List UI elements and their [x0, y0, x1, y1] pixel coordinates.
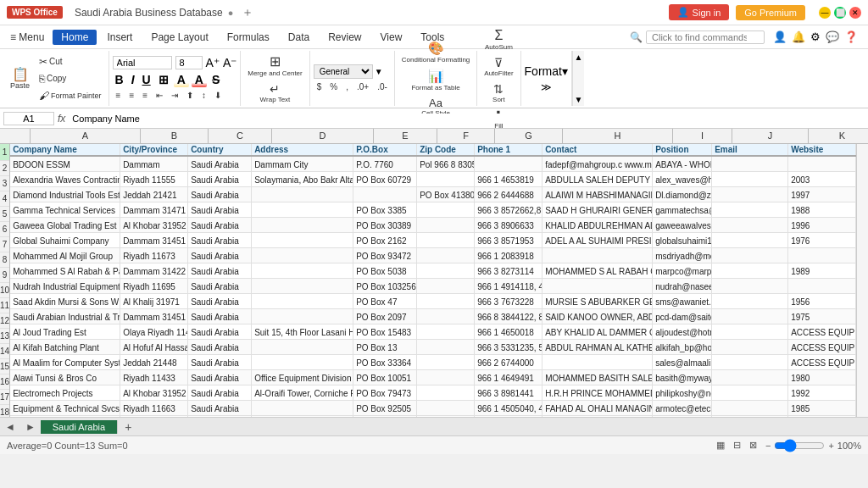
cell[interactable]: Riyadh 11555 — [120, 172, 188, 187]
row-header-3[interactable]: 3 — [0, 176, 9, 191]
wrap-text-button[interactable]: ↵ Wrap Text — [257, 80, 294, 105]
comma-btn[interactable]: , — [342, 81, 352, 92]
cell[interactable]: 966 3 7673228 — [475, 294, 542, 309]
cell[interactable]: ADEL A AL SUHAIMI PRESIDENT — [542, 233, 653, 248]
ribbon-down[interactable]: ▼ — [573, 95, 584, 104]
cell[interactable]: 966 3 8571953 — [475, 233, 542, 248]
cell[interactable] — [712, 370, 788, 385]
cell[interactable]: Al Joud Trading Est — [10, 324, 120, 340]
prev-sheet-btn[interactable]: ◄ — [0, 419, 20, 435]
cell[interactable]: Jeddah 21448 — [120, 355, 188, 370]
cell[interactable]: Saudi Arabia — [188, 233, 252, 248]
toolbar-icon-3[interactable]: ⚙ — [810, 30, 821, 43]
col-header-a[interactable]: A — [31, 129, 141, 143]
cell[interactable]: ACCESS EQUIPMENT & CONTROL PANE — [788, 340, 856, 355]
cell[interactable]: MURSIE S ABUBARKER GENERA — [542, 294, 653, 309]
row-header-11[interactable]: 11 — [0, 298, 9, 313]
decimal-inc-btn[interactable]: .0+ — [353, 81, 372, 92]
header-cell[interactable]: City/Province — [120, 144, 188, 155]
cell[interactable]: Olaya Riyadh 114 — [120, 324, 188, 340]
cell[interactable]: ACCESS EQUIPMENT & CONTROL PANE — [788, 324, 856, 340]
cell[interactable] — [542, 279, 653, 294]
underline-button[interactable]: U — [140, 72, 153, 87]
row-header-2[interactable]: 2 — [0, 161, 9, 176]
cell[interactable]: Saudi Arabia — [188, 294, 252, 309]
header-cell[interactable]: Country — [188, 144, 252, 155]
percent-btn[interactable]: % — [326, 81, 341, 92]
cell[interactable]: PO Box 47 — [353, 294, 417, 309]
cell[interactable]: msdriyadh@mojilgrp.com — [653, 248, 712, 263]
cell[interactable]: PO Box 30389 — [353, 218, 417, 233]
row-header-7[interactable]: 7 — [0, 237, 9, 252]
cell[interactable] — [417, 309, 475, 324]
cell[interactable]: ABAYA - WHOL & MFS — [653, 157, 712, 172]
cell[interactable] — [417, 401, 475, 416]
cell[interactable]: Saudi Arabia — [188, 187, 252, 202]
cell[interactable]: Jeddah 21421 — [120, 187, 188, 202]
cell[interactable]: Saudi Arabian Industrial & Trading E — [10, 309, 120, 324]
view-page-break-icon[interactable]: ⊠ — [749, 440, 757, 451]
cell[interactable]: Equipment & Technical Svcs Co - E — [10, 401, 120, 416]
cell[interactable]: MOHAMMED BASITH SALES & SY — [542, 370, 653, 385]
add-tab-icon[interactable]: ＋ — [242, 5, 253, 20]
menu-hamburger[interactable]: ≡ Menu — [3, 29, 51, 46]
align-top-btn[interactable]: ⬆ — [183, 90, 197, 101]
toolbar-icon-5[interactable]: ❓ — [844, 30, 858, 43]
zoom-slider[interactable] — [774, 439, 825, 452]
cell[interactable] — [712, 309, 788, 324]
cell[interactable]: 966 8 3844122, 8 — [475, 309, 542, 324]
tab-home[interactable]: Home — [53, 30, 97, 45]
cell[interactable] — [712, 218, 788, 233]
cell[interactable]: Dammam 31471 — [120, 202, 188, 218]
cell[interactable] — [712, 401, 788, 416]
cell[interactable] — [252, 187, 353, 202]
row-header-4[interactable]: 4 — [0, 191, 9, 207]
cell[interactable] — [712, 233, 788, 248]
cell[interactable] — [252, 294, 353, 309]
cell[interactable]: Diamond Industrial Tools Est — [10, 187, 120, 202]
col-header-e[interactable]: E — [374, 129, 437, 143]
cell[interactable]: Dammam 31422 — [120, 263, 188, 279]
cell[interactable] — [252, 233, 353, 248]
font-name-input[interactable] — [113, 56, 172, 69]
cell[interactable]: KHALID ABDULREHMAN AL MUT — [542, 218, 653, 233]
ribbon-up[interactable]: ▲ — [573, 53, 584, 62]
formula-input[interactable] — [69, 114, 865, 124]
tab-page-layout[interactable]: Page Layout — [142, 30, 216, 45]
align-middle-btn[interactable]: ↕ — [198, 90, 209, 101]
cell[interactable]: pcd-dam@saite.com.sa — [653, 309, 712, 324]
cell[interactable]: gammatechsa@yahoo.com — [653, 202, 712, 218]
cell[interactable]: 1976 — [788, 233, 856, 248]
cell[interactable]: PO Box 2097 — [353, 309, 417, 324]
cell[interactable] — [417, 324, 475, 340]
cell[interactable]: Riyadh 11695 — [120, 279, 188, 294]
format-painter-button[interactable]: 🖌 Format Painter — [36, 88, 105, 103]
cell[interactable]: Riyadh 11663 — [120, 401, 188, 416]
col-header-j[interactable]: J — [732, 129, 809, 143]
col-header-d[interactable]: D — [272, 129, 374, 143]
cell[interactable]: 1996 — [788, 218, 856, 233]
cell[interactable]: Saudi Arabia — [188, 309, 252, 324]
font-grow-icon[interactable]: A⁺ — [206, 56, 220, 69]
command-search-input[interactable] — [646, 30, 765, 44]
toolbar-icon-1[interactable]: 👤 — [773, 30, 787, 43]
cell[interactable]: Pol 966 8 8305050 — [417, 157, 475, 172]
cell[interactable] — [475, 157, 542, 172]
cell[interactable]: PO Box 10051 — [353, 370, 417, 385]
cell[interactable]: PO Box 92505 — [353, 401, 417, 416]
cell[interactable]: marpco@marpco.com — [653, 263, 712, 279]
cell[interactable]: Saudi Arabia — [188, 385, 252, 401]
cell[interactable] — [712, 263, 788, 279]
font-size-input[interactable] — [175, 56, 203, 69]
cell[interactable]: Alawi Tunsi & Bros Co — [10, 370, 120, 385]
cell[interactable] — [417, 340, 475, 355]
row-header-10[interactable]: 10 — [0, 283, 9, 298]
cell[interactable] — [417, 248, 475, 263]
sheet-tab-saudi-arabia[interactable]: Saudi Arabia — [41, 420, 118, 434]
cell[interactable] — [252, 401, 353, 416]
merge-center-button[interactable]: ⊞ Merge and Center — [244, 52, 305, 79]
vertical-scrollbar[interactable] — [856, 144, 868, 417]
cell[interactable]: nudrah@naseej.com.sa — [653, 279, 712, 294]
row-header-6[interactable]: 6 — [0, 222, 9, 237]
col-header-g[interactable]: G — [495, 129, 563, 143]
